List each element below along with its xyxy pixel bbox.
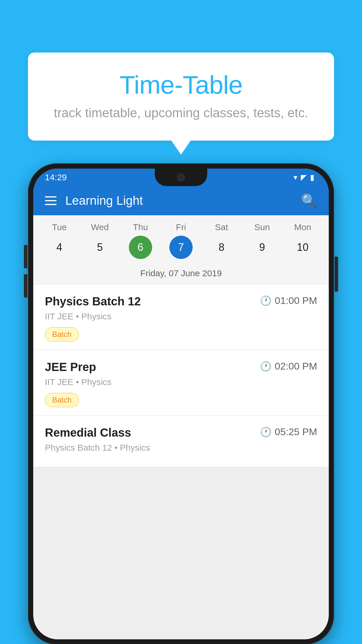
days-row: Tue4Wed5Thu6Fri7Sat8Sun9Mon10 xyxy=(33,222,329,259)
phone-wrapper: 14:29 ▾ ◤ ▮ Learning Light 🔍 xyxy=(28,163,334,644)
status-time: 14:29 xyxy=(45,172,67,182)
calendar-day-4[interactable]: Tue4 xyxy=(41,222,78,259)
wifi-icon: ▾ xyxy=(294,173,297,182)
calendar-strip: Tue4Wed5Thu6Fri7Sat8Sun9Mon10 Friday, 07… xyxy=(33,215,329,284)
day-number: 6 xyxy=(129,236,152,259)
day-number: 8 xyxy=(210,236,233,259)
day-number: 10 xyxy=(291,236,314,259)
time-value: 05:25 PM xyxy=(275,426,317,438)
app-bar: Learning Light 🔍 xyxy=(33,186,329,215)
day-number: 9 xyxy=(250,236,274,259)
day-label: Fri xyxy=(176,222,186,232)
app-title: Learning Light xyxy=(65,194,292,208)
schedule-item-header: Physics Batch 12🕐01:00 PM xyxy=(45,295,317,308)
status-icons: ▾ ◤ ▮ xyxy=(294,173,314,182)
search-icon[interactable]: 🔍 xyxy=(301,193,317,208)
phone-notch xyxy=(155,169,207,186)
signal-icon: ◤ xyxy=(301,173,307,182)
calendar-day-9[interactable]: Sun9 xyxy=(243,222,281,259)
battery-icon: ▮ xyxy=(310,173,314,182)
schedule-item-time: 🕐01:00 PM xyxy=(260,295,317,306)
menu-line-1 xyxy=(45,196,57,197)
time-value: 01:00 PM xyxy=(275,295,317,306)
speech-bubble: Time-Table track timetable, upcoming cla… xyxy=(28,52,334,141)
schedule-list: Physics Batch 12🕐01:00 PMIIT JEE • Physi… xyxy=(33,284,329,467)
schedule-item-0[interactable]: Physics Batch 12🕐01:00 PMIIT JEE • Physi… xyxy=(33,284,329,350)
phone-camera xyxy=(177,173,185,181)
phone-frame: 14:29 ▾ ◤ ▮ Learning Light 🔍 xyxy=(28,163,334,644)
menu-line-2 xyxy=(45,200,57,201)
day-label: Mon xyxy=(294,222,311,232)
day-label: Sat xyxy=(215,222,228,232)
clock-icon: 🕐 xyxy=(260,426,272,438)
day-label: Tue xyxy=(52,222,67,232)
schedule-item-header: Remedial Class🕐05:25 PM xyxy=(45,426,317,439)
phone-screen: 14:29 ▾ ◤ ▮ Learning Light 🔍 xyxy=(33,169,329,639)
schedule-item-time: 🕐05:25 PM xyxy=(260,426,317,438)
schedule-item-subtitle: Physics Batch 12 • Physics xyxy=(45,443,317,453)
bubble-subtitle: track timetable, upcoming classes, tests… xyxy=(51,106,311,120)
schedule-item-title: Remedial Class xyxy=(45,426,131,439)
calendar-day-10[interactable]: Mon10 xyxy=(284,222,321,259)
calendar-day-5[interactable]: Wed5 xyxy=(81,222,119,259)
menu-button[interactable] xyxy=(45,196,57,205)
day-label: Thu xyxy=(133,222,148,232)
menu-line-3 xyxy=(45,204,57,205)
clock-icon: 🕐 xyxy=(260,295,272,306)
schedule-item-title: Physics Batch 12 xyxy=(45,295,141,308)
schedule-item-time: 🕐02:00 PM xyxy=(260,360,317,372)
schedule-item-header: JEE Prep🕐02:00 PM xyxy=(45,360,317,374)
selected-date-label: Friday, 07 June 2019 xyxy=(33,264,329,284)
day-number: 5 xyxy=(88,236,112,259)
calendar-day-6[interactable]: Thu6 xyxy=(122,222,159,259)
schedule-item-2[interactable]: Remedial Class🕐05:25 PMPhysics Batch 12 … xyxy=(33,416,329,467)
day-number: 7 xyxy=(169,236,193,259)
schedule-item-subtitle: IIT JEE • Physics xyxy=(45,377,317,387)
batch-badge: Batch xyxy=(45,393,79,407)
power-button xyxy=(335,257,338,292)
calendar-day-7[interactable]: Fri7 xyxy=(162,222,200,259)
batch-badge: Batch xyxy=(45,327,79,342)
day-label: Wed xyxy=(91,222,109,232)
schedule-item-1[interactable]: JEE Prep🕐02:00 PMIIT JEE • PhysicsBatch xyxy=(33,350,329,416)
volume-down-button xyxy=(24,274,27,298)
clock-icon: 🕐 xyxy=(260,361,272,372)
day-number: 4 xyxy=(48,236,71,259)
schedule-item-title: JEE Prep xyxy=(45,360,96,374)
day-label: Sun xyxy=(254,222,270,232)
volume-up-button xyxy=(24,245,27,268)
bubble-title: Time-Table xyxy=(51,70,311,100)
schedule-item-subtitle: IIT JEE • Physics xyxy=(45,312,317,321)
time-value: 02:00 PM xyxy=(275,360,317,372)
calendar-day-8[interactable]: Sat8 xyxy=(203,222,240,259)
